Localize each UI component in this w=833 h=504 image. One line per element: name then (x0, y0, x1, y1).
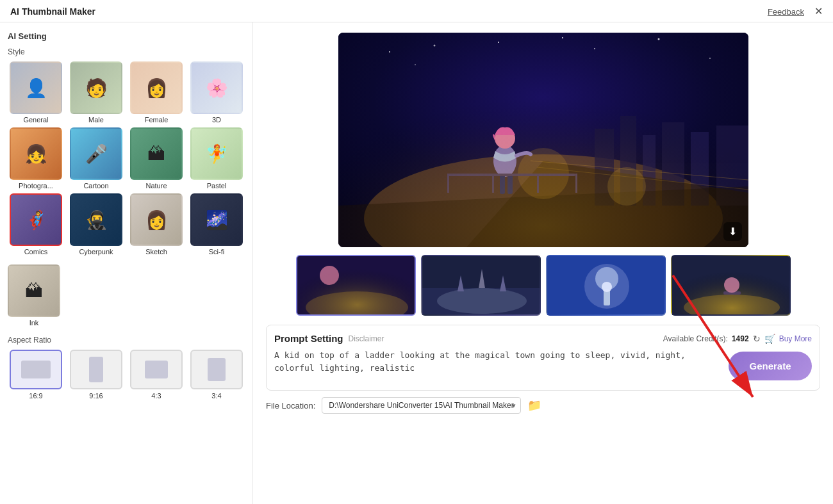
file-location-label: File Location: (266, 401, 315, 411)
style-label-sketch: Sketch (145, 248, 167, 256)
main-preview-image: ⬇ (338, 33, 748, 247)
prompt-textarea[interactable] (274, 349, 722, 382)
aspect-box-916 (70, 350, 122, 389)
style-label-cartoon: Cartoon (83, 182, 108, 190)
aspect-box-169 (10, 350, 62, 389)
aspect-item-34[interactable]: 3:4 (188, 350, 245, 400)
generate-button[interactable]: Generate (729, 352, 812, 380)
prompt-title: Prompt Setting (274, 333, 343, 344)
aspect-ratio-section: Aspect Ratio 16:9 9:16 (8, 336, 245, 400)
ai-setting-label: AI Setting (8, 31, 245, 41)
style-item-photogra[interactable]: 👧 Photogra... (8, 127, 64, 190)
style-item-female[interactable]: 👩 Female (128, 61, 185, 124)
style-label-nature: Nature (145, 182, 167, 190)
style-label-female: Female (145, 116, 169, 124)
prompt-section: Prompt Setting Disclaimer Available Cred… (266, 325, 820, 391)
aspect-inner-169 (21, 361, 51, 378)
style-item-scifi[interactable]: 🌌 Sci-fi (188, 193, 245, 256)
style-item-male[interactable]: 🧑 Male (68, 61, 124, 124)
svg-rect-29 (338, 33, 748, 247)
refresh-icon[interactable]: ↻ (753, 334, 761, 344)
style-item-nature[interactable]: 🏔 Nature (128, 127, 185, 190)
credits-count: 1492 (732, 334, 749, 343)
aspect-label-34: 3:4 (211, 392, 221, 400)
right-panel: ⬇ (253, 22, 833, 504)
aspect-ratio-label: Aspect Ratio (8, 336, 245, 345)
credits-label: Available Credit(s): (663, 334, 728, 343)
style-item-pastel[interactable]: 🧚 Pastel (188, 127, 245, 190)
style-label-pastel: Pastel (207, 182, 227, 190)
credits-area: Available Credit(s): 1492 ↻ 🛒 Buy More (663, 334, 812, 344)
style-item-cartoon[interactable]: 🎤 Cartoon (68, 127, 124, 190)
style-item-sketch[interactable]: 👩 Sketch (128, 193, 185, 256)
feedback-link[interactable]: Feedback (768, 7, 804, 17)
aspect-inner-43 (145, 361, 168, 378)
preview-area: ⬇ (266, 33, 820, 247)
style-label-general: General (23, 116, 48, 124)
app-title: AI Thumbnail Maker (10, 6, 95, 17)
thumbnail-2[interactable] (421, 255, 541, 316)
style-label-3d: 3D (212, 116, 221, 124)
thumbnail-4[interactable] (671, 255, 791, 316)
style-label-cyberpunk: Cyberpunk (79, 248, 113, 256)
aspect-item-169[interactable]: 16:9 (8, 350, 64, 400)
disclaimer-link[interactable]: Disclaimer (349, 334, 384, 343)
style-label-ink: Ink (29, 319, 39, 327)
title-bar-actions: Feedback ✕ (768, 6, 823, 17)
style-item-cyberpunk[interactable]: 🥷 Cyberpunk (68, 193, 124, 256)
style-label-scifi: Sci-fi (209, 248, 224, 256)
buy-more-icon: 🛒 (764, 334, 775, 344)
aspect-box-43 (130, 350, 183, 389)
thumbnail-1[interactable] (296, 255, 416, 316)
style-item-general[interactable]: 👤 General (8, 61, 64, 124)
style-item-comics[interactable]: 🦸 Comics (8, 193, 64, 256)
svg-point-44 (602, 282, 612, 292)
file-path-wrapper: D:\Wondershare UniConverter 15\AI Thumbn… (322, 397, 521, 414)
aspect-label-43: 4:3 (151, 392, 161, 400)
folder-icon[interactable]: 📁 (527, 398, 541, 412)
app-window: AI Thumbnail Maker Feedback ✕ AI Setting… (0, 0, 833, 504)
aspect-item-43[interactable]: 4:3 (128, 350, 185, 400)
svg-point-32 (320, 266, 339, 285)
prompt-row: Generate (274, 349, 812, 382)
aspect-label-169: 16:9 (29, 392, 42, 400)
aspect-box-34 (190, 350, 243, 389)
style-label-male: Male (88, 116, 104, 124)
main-preview-inner: ⬇ (338, 33, 748, 247)
svg-point-48 (724, 277, 739, 293)
preview-svg (338, 33, 748, 247)
file-location: File Location: D:\Wondershare UniConvert… (266, 391, 820, 414)
svg-point-36 (437, 288, 527, 314)
style-label-photogra: Photogra... (19, 182, 53, 190)
style-item-ink[interactable]: 🏔 Ink (8, 264, 60, 327)
style-label: Style (8, 47, 245, 56)
close-button[interactable]: ✕ (814, 6, 823, 17)
left-panel: AI Setting Style 👤 General 🧑 Male 👩 Fema… (0, 22, 253, 504)
aspect-item-916[interactable]: 9:16 (68, 350, 124, 400)
buy-more-button[interactable]: Buy More (779, 334, 812, 343)
title-bar: AI Thumbnail Maker Feedback ✕ (0, 0, 833, 22)
aspect-label-916: 9:16 (89, 392, 103, 400)
main-content: AI Setting Style 👤 General 🧑 Male 👩 Fema… (0, 22, 833, 504)
style-item-3d[interactable]: 🌸 3D (188, 61, 245, 124)
thumbnail-strip (266, 255, 820, 316)
prompt-header: Prompt Setting Disclaimer Available Cred… (274, 333, 812, 344)
style-label-comics: Comics (24, 248, 48, 256)
file-path-select[interactable]: D:\Wondershare UniConverter 15\AI Thumbn… (322, 397, 521, 414)
aspect-inner-916 (89, 357, 103, 382)
thumbnail-3[interactable] (546, 255, 666, 316)
style-grid: 👤 General 🧑 Male 👩 Female 🌸 3D 👧 (8, 61, 245, 256)
aspect-ratio-grid: 16:9 9:16 4:3 (8, 350, 245, 400)
aspect-inner-34 (208, 358, 226, 381)
download-overlay[interactable]: ⬇ (723, 222, 742, 241)
